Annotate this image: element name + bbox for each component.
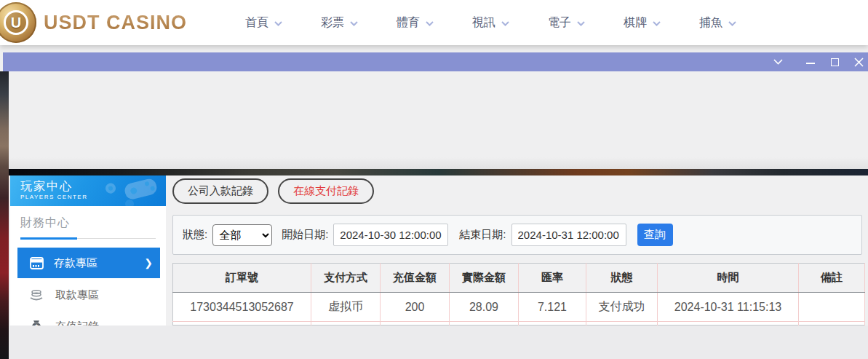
nav-item-home[interactable]: 首頁 bbox=[232, 15, 308, 31]
cell-payment-method: 虚拟币 bbox=[311, 293, 381, 322]
main-nav: 首頁 彩票 體育 視訊 電子 棋牌 捕魚 bbox=[232, 15, 762, 31]
search-button[interactable]: 查詢 bbox=[637, 224, 673, 246]
nav-item-live[interactable]: 視訊 bbox=[459, 15, 535, 31]
nav-label: 電子 bbox=[548, 15, 571, 31]
chevron-down-icon bbox=[576, 20, 586, 27]
tab-company-deposit-record[interactable]: 公司入款記錄 bbox=[172, 178, 268, 204]
nav-item-slots[interactable]: 電子 bbox=[535, 15, 610, 31]
status-select[interactable]: 全部 bbox=[212, 224, 272, 246]
nav-item-sports[interactable]: 體育 bbox=[383, 15, 459, 31]
chevron-down-icon bbox=[349, 20, 359, 27]
nav-label: 棋牌 bbox=[624, 15, 647, 31]
page-bottom bbox=[9, 326, 868, 359]
sidebar-item-label: 取款專區 bbox=[55, 288, 99, 302]
nav-label: 首頁 bbox=[245, 15, 268, 31]
cell-time: 2024-10-31 11:15:13 bbox=[658, 293, 799, 322]
sidebar-menu: 存款專區 ❯ 取款專區 $ 充值記錄 bbox=[10, 248, 166, 326]
end-date-label: 結束日期: bbox=[459, 228, 506, 242]
logo-ball-icon: U bbox=[0, 2, 36, 43]
header-actual-amount: 實際金額 bbox=[450, 264, 519, 293]
modal-content: 玩家中心 PLAYERS CENTER 財務中心 bbox=[9, 71, 868, 359]
header-order-number: 訂單號 bbox=[173, 264, 311, 293]
header-time: 時間 bbox=[658, 264, 799, 293]
header-status: 狀態 bbox=[586, 264, 658, 293]
finance-section-underline bbox=[20, 237, 156, 240]
chevron-down-icon bbox=[652, 20, 661, 27]
chevron-down-icon bbox=[274, 20, 283, 27]
deposit-card-icon bbox=[29, 257, 44, 269]
sidebar-item-label: 存款專區 bbox=[54, 256, 97, 270]
nav-label: 彩票 bbox=[321, 15, 344, 31]
cell-status: 支付成功 bbox=[586, 293, 658, 322]
cell-exchange-rate: 7.121 bbox=[519, 293, 586, 322]
sidebar-item-label: 充值記錄 bbox=[55, 320, 99, 326]
status-label: 狀態: bbox=[183, 228, 207, 242]
minimize-icon[interactable] bbox=[805, 57, 816, 67]
nav-label: 體育 bbox=[397, 15, 420, 31]
nav-label: 捕魚 bbox=[699, 15, 722, 31]
chevron-down-icon bbox=[501, 20, 510, 27]
cell-recharge-amount: 200 bbox=[381, 293, 450, 322]
cell-remark bbox=[799, 293, 865, 322]
table-row-partial bbox=[173, 322, 865, 326]
filter-bar: 狀態: 全部 開始日期: 結束日期: 查詢 bbox=[172, 215, 862, 255]
background-photo-edge bbox=[0, 71, 9, 359]
start-date-input[interactable] bbox=[333, 224, 448, 246]
money-bag-icon: $ bbox=[29, 320, 44, 326]
nav-label: 視訊 bbox=[472, 15, 495, 31]
brand-logo[interactable]: U USDT CASINO bbox=[0, 2, 187, 43]
header-exchange-rate: 匯率 bbox=[519, 264, 586, 293]
maximize-icon[interactable] bbox=[829, 57, 840, 67]
end-date-input[interactable] bbox=[511, 224, 626, 246]
chevron-right-icon: ❯ bbox=[144, 257, 153, 269]
sidebar-item-deposit[interactable]: 存款專區 ❯ bbox=[17, 248, 160, 278]
modal-titlebar bbox=[3, 52, 868, 71]
header-payment-method: 支付方式 bbox=[311, 264, 381, 293]
tab-online-payment-record[interactable]: 在線支付記錄 bbox=[278, 178, 374, 204]
background-image-strip bbox=[9, 169, 868, 175]
gamepad-icon bbox=[105, 177, 162, 206]
nav-item-fishing[interactable]: 捕魚 bbox=[686, 15, 762, 31]
withdraw-hand-icon bbox=[29, 289, 44, 301]
payment-records-table: 訂單號 支付方式 充值金額 實際金額 匯率 狀態 時間 備註 173034451… bbox=[172, 263, 865, 326]
nav-item-cards[interactable]: 棋牌 bbox=[610, 15, 686, 31]
header-recharge-amount: 充值金額 bbox=[381, 264, 450, 293]
header-remark: 備註 bbox=[799, 264, 865, 293]
finance-section: 財務中心 bbox=[10, 206, 166, 240]
finance-section-title: 財務中心 bbox=[20, 216, 156, 231]
players-center-header: 玩家中心 PLAYERS CENTER bbox=[10, 175, 166, 206]
site-header: U USDT CASINO 首頁 彩票 體育 視訊 電子 棋牌 捕魚 bbox=[0, 0, 868, 45]
brand-name: USDT CASINO bbox=[44, 12, 187, 34]
chevron-down-icon bbox=[425, 20, 434, 27]
close-icon[interactable] bbox=[853, 57, 864, 67]
modal-blank-area bbox=[9, 71, 868, 169]
logo-letter: U bbox=[11, 15, 21, 30]
sidebar-item-withdraw[interactable]: 取款專區 bbox=[10, 280, 166, 309]
cell-actual-amount: 28.09 bbox=[450, 293, 519, 322]
record-tabs: 公司入款記錄 在線支付記錄 bbox=[172, 175, 864, 204]
start-date-label: 開始日期: bbox=[282, 228, 328, 242]
table-row: 1730344513052687 虚拟币 200 28.09 7.121 支付成… bbox=[173, 293, 865, 322]
chevron-down-icon bbox=[728, 20, 737, 27]
collapse-chevron-icon[interactable] bbox=[773, 57, 783, 67]
table-header-row: 訂單號 支付方式 充值金額 實際金額 匯率 狀態 時間 備註 bbox=[173, 264, 865, 293]
players-center-sidebar: 玩家中心 PLAYERS CENTER 財務中心 bbox=[10, 175, 166, 326]
sidebar-item-recharge-record[interactable]: $ 充值記錄 bbox=[10, 312, 166, 326]
records-main-area: 公司入款記錄 在線支付記錄 狀態: 全部 開始日期: 結束日期: 查詢 訂單號 … bbox=[172, 175, 864, 326]
cell-order-number: 1730344513052687 bbox=[173, 293, 311, 322]
nav-item-lottery[interactable]: 彩票 bbox=[308, 15, 383, 31]
